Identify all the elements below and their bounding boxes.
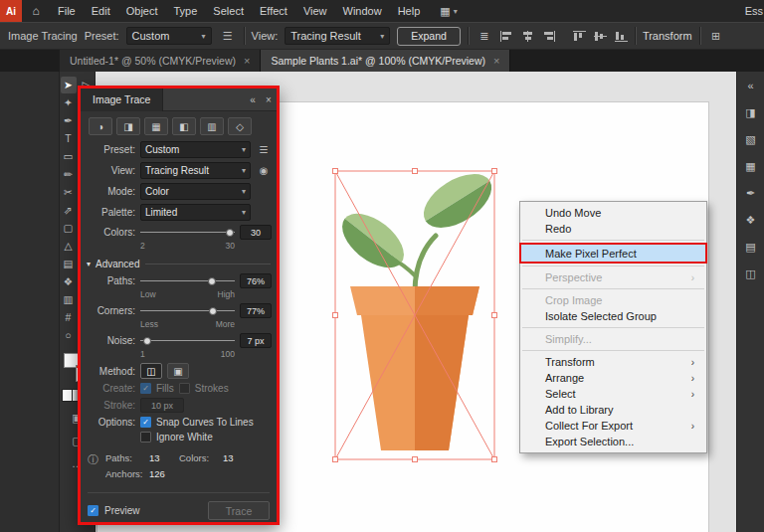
fills-checkbox[interactable]: ✓ — [140, 383, 151, 394]
panel-collapse-icon[interactable]: « — [245, 94, 261, 105]
menu-file[interactable]: File — [50, 0, 84, 22]
preset-menu-icon[interactable]: ☰ — [256, 144, 272, 155]
method-overlapping-button[interactable]: ▣ — [167, 363, 189, 379]
stroke-value[interactable]: 10 px — [140, 398, 184, 413]
menu-select[interactable]: Select — [205, 0, 252, 22]
high-color-preset-button[interactable]: ◨ — [116, 117, 140, 135]
color-button[interactable] — [63, 390, 72, 401]
menu-object[interactable]: Object — [118, 0, 166, 22]
preview-checkbox[interactable]: ✓ — [88, 505, 98, 516]
align-vertical-bottom-icon[interactable] — [615, 31, 628, 42]
brushes-panel-icon[interactable]: ✒ — [741, 184, 761, 202]
slice-tool[interactable]: # — [61, 309, 77, 326]
noise-value[interactable]: 7 px — [240, 333, 272, 348]
document-tab-sample-plants[interactable]: Sample Plants 1.ai* @ 100% (CMYK/Preview… — [261, 50, 510, 72]
symbols-panel-icon[interactable]: ❖ — [741, 211, 761, 229]
method-abutting-button[interactable]: ◫ — [140, 363, 162, 379]
slider-knob[interactable] — [143, 337, 151, 345]
free-transform-tool[interactable]: ▢ — [61, 220, 77, 237]
distribute-options-icon[interactable]: ≣ — [476, 28, 493, 44]
selection-tool[interactable]: ➤ — [61, 77, 77, 93]
options-grid-icon[interactable]: ⊞ — [707, 28, 725, 44]
pen-tool[interactable]: ✒ — [61, 112, 77, 129]
snap-curves-checkbox[interactable]: ✓ — [140, 417, 151, 428]
swatches-panel-icon[interactable]: ▦ — [741, 157, 761, 175]
transform-button[interactable]: Transform — [643, 30, 692, 42]
illustrator-logo[interactable]: Ai — [0, 0, 22, 22]
artboards-panel-icon[interactable]: ◫ — [741, 265, 761, 282]
magic-wand-tool[interactable]: ✦ — [61, 94, 77, 111]
paths-value[interactable]: 76% — [240, 273, 272, 288]
context-item-redo[interactable]: Redo — [520, 221, 706, 237]
preset-dropdown[interactable]: Custom ▾ — [126, 27, 212, 45]
menu-edit[interactable]: Edit — [84, 0, 118, 22]
paths-slider[interactable] — [140, 274, 235, 287]
black-and-white-preset-button[interactable]: ▥ — [200, 117, 224, 135]
pencil-tool[interactable]: ✏ — [61, 166, 77, 183]
trace-preset-dropdown[interactable]: Custom ▾ — [140, 141, 251, 158]
scale-tool[interactable]: ⇗ — [61, 202, 77, 219]
auto-color-preset-button[interactable]: ◑ — [89, 117, 112, 135]
expand-panels-icon[interactable]: « — [741, 77, 761, 94]
context-item-make-pixel-perfect[interactable]: Make Pixel Perfect — [520, 244, 706, 263]
context-item-isolate-selected-group[interactable]: Isolate Selected Group — [520, 308, 706, 324]
menu-help[interactable]: Help — [390, 0, 429, 22]
align-vertical-center-icon[interactable] — [594, 31, 607, 42]
align-vertical-top-icon[interactable] — [573, 31, 586, 42]
menu-type[interactable]: Type — [166, 0, 206, 22]
workspace-switcher[interactable]: ▦ ▾ — [440, 5, 457, 18]
trace-button[interactable]: Trace — [208, 501, 270, 520]
rectangle-tool[interactable]: ▭ — [61, 148, 77, 165]
corners-slider[interactable] — [140, 304, 235, 317]
workspace-name[interactable]: Ess — [745, 5, 764, 17]
context-item-simplify[interactable]: Simplify... — [520, 331, 706, 347]
context-item-select[interactable]: Select› — [520, 386, 706, 402]
perspective-grid-tool[interactable]: △ — [61, 238, 77, 255]
ignore-white-checkbox[interactable] — [140, 432, 151, 443]
advanced-section-toggle[interactable]: ▾ Advanced — [87, 259, 271, 269]
blend-tool[interactable]: ❖ — [61, 273, 77, 290]
expand-button[interactable]: Expand — [397, 27, 461, 46]
context-item-collect-for-export[interactable]: Collect For Export› — [520, 418, 706, 434]
context-item-transform[interactable]: Transform› — [520, 354, 706, 370]
strokes-checkbox[interactable] — [179, 383, 190, 394]
color-guide-panel-icon[interactable]: ▧ — [741, 130, 761, 148]
view-dropdown[interactable]: Tracing Result ▾ — [285, 27, 390, 45]
palette-dropdown[interactable]: Limited ▾ — [140, 204, 251, 221]
scissors-tool[interactable]: ✂ — [61, 184, 77, 201]
context-item-export-selection[interactable]: Export Selection... — [520, 434, 706, 449]
align-horizontal-left-icon[interactable] — [500, 31, 513, 42]
align-horizontal-center-icon[interactable] — [521, 31, 534, 42]
close-icon[interactable]: × — [493, 55, 499, 67]
type-tool[interactable]: T — [61, 130, 77, 147]
corners-value[interactable]: 77% — [240, 303, 272, 318]
grayscale-preset-button[interactable]: ◧ — [172, 117, 196, 135]
close-icon[interactable]: × — [244, 55, 250, 67]
align-horizontal-right-icon[interactable] — [542, 31, 555, 42]
outline-preset-button[interactable]: ◇ — [228, 117, 252, 135]
slider-knob[interactable] — [209, 307, 217, 315]
color-panel-icon[interactable]: ◨ — [741, 103, 761, 121]
document-tab-untitled[interactable]: Untitled-1* @ 50% (CMYK/Preview) × — [60, 50, 261, 72]
layers-panel-icon[interactable]: ▤ — [741, 238, 761, 256]
context-item-arrange[interactable]: Arrange› — [520, 370, 706, 386]
slider-knob[interactable] — [226, 229, 234, 237]
mode-dropdown[interactable]: Color ▾ — [140, 183, 251, 200]
colors-value[interactable]: 30 — [240, 225, 272, 240]
menu-effect[interactable]: Effect — [252, 0, 295, 22]
gradient-tool[interactable]: ▤ — [61, 256, 77, 272]
context-item-perspective[interactable]: Perspective› — [520, 269, 706, 285]
panel-menu-icon[interactable]: ☰ — [219, 28, 237, 44]
slider-knob[interactable] — [208, 277, 216, 285]
colors-slider[interactable] — [140, 226, 235, 239]
home-icon[interactable]: ⌂ — [24, 4, 48, 18]
panel-close-icon[interactable]: × — [261, 94, 277, 105]
trace-view-dropdown[interactable]: Tracing Result ▾ — [140, 162, 251, 179]
low-color-preset-button[interactable]: ▦ — [144, 117, 168, 135]
zoom-tool[interactable]: ○ — [61, 327, 77, 344]
eye-icon[interactable]: ◉ — [256, 165, 272, 176]
context-item-crop-image[interactable]: Crop Image — [520, 292, 706, 308]
image-trace-panel-tab[interactable]: Image Trace — [81, 89, 163, 111]
menu-window[interactable]: Window — [335, 0, 390, 22]
menu-view[interactable]: View — [295, 0, 335, 22]
